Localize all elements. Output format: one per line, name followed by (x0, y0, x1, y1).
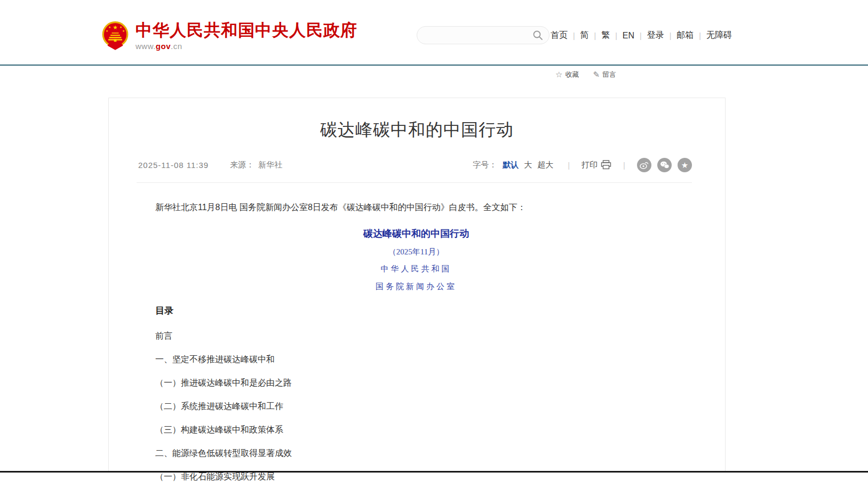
share-qzone-button[interactable]: ★ (678, 158, 692, 172)
document-title: 碳达峰碳中和的中国行动 (155, 227, 677, 240)
nav-english[interactable]: EN (623, 31, 634, 41)
meta-divider (137, 182, 692, 183)
nav-login[interactable]: 登录 (647, 30, 664, 41)
toc-item-preface: 前言 (155, 331, 677, 340)
toolbar-separator: | (568, 161, 570, 170)
site-url-gov: gov (156, 42, 171, 51)
lead-paragraph: 新华社北京11月8日电 国务院新闻办公室8日发布《碳达峰碳中和的中国行动》白皮书… (155, 203, 677, 212)
comment-button[interactable]: ✎ 留言 (593, 70, 616, 79)
toc-item-1-1: （一）推进碳达峰碳中和是必由之路 (155, 378, 677, 387)
svg-text:★: ★ (113, 24, 117, 30)
svg-text:★: ★ (122, 29, 125, 33)
site-header: ★ ★ ★ ★ ★ 中华人民共和国中央人民政府 www.gov.cn (0, 0, 868, 65)
pencil-icon: ✎ (593, 70, 600, 79)
nav-separator: | (694, 31, 706, 40)
article-toolbar: 字号： 默认 大 超大 | 打印 | (473, 158, 692, 172)
site-url-www: www. (136, 42, 156, 51)
toc-item-2: 二、能源绿色低碳转型取得显著成效 (155, 449, 677, 458)
page: ★ ★ ★ ★ ★ 中华人民共和国中央人民政府 www.gov.cn (0, 0, 868, 488)
star-outline-icon: ☆ (555, 70, 562, 79)
share-icons: ★ (637, 158, 692, 172)
toc-item-1: 一、坚定不移推进碳达峰碳中和 (155, 355, 677, 364)
weibo-icon (640, 161, 649, 169)
document-author-line-1: 中华人民共和国 (155, 264, 677, 274)
nav-traditional[interactable]: 繁 (601, 30, 610, 41)
nav-simplified[interactable]: 简 (580, 30, 589, 41)
wechat-icon (660, 161, 670, 169)
nav-separator: | (568, 31, 580, 40)
svg-text:★: ★ (108, 26, 111, 29)
source-label: 来源： (230, 160, 254, 170)
search-button[interactable] (532, 29, 544, 41)
search-icon (532, 30, 543, 41)
nav-separator: | (634, 31, 647, 40)
document-date: （2025年11月） (155, 247, 677, 257)
document-author-line-2: 国务院新闻办公室 (155, 282, 677, 292)
font-size-xlarge-button[interactable]: 超大 (537, 160, 553, 170)
print-button[interactable]: 打印 (582, 160, 611, 170)
nav-accessibility[interactable]: 无障碍 (706, 30, 732, 41)
share-weibo-button[interactable] (637, 158, 651, 172)
toc-item-1-3: （三）构建碳达峰碳中和政策体系 (155, 425, 677, 434)
site-title: 中华人民共和国中央人民政府 (136, 21, 357, 39)
svg-text:★: ★ (106, 29, 108, 33)
article-meta-left: 2025-11-08 11:39 来源： 新华社 (138, 160, 282, 170)
viewport-bottom-edge (0, 471, 868, 473)
svg-text:★: ★ (120, 26, 122, 29)
star-share-icon: ★ (681, 161, 688, 169)
font-size-default-button[interactable]: 默认 (503, 160, 519, 170)
article-tools-strip: ☆ 收藏 ✎ 留言 (555, 70, 616, 79)
site-brand[interactable]: ★ ★ ★ ★ ★ 中华人民共和国中央人民政府 www.gov.cn (101, 20, 357, 51)
favorite-button[interactable]: ☆ 收藏 (555, 70, 579, 79)
document-heading-block: 碳达峰碳中和的中国行动 （2025年11月） 中华人民共和国 国务院新闻办公室 (155, 227, 677, 292)
article-card: 碳达峰碳中和的中国行动 2025-11-08 11:39 来源： 新华社 字号：… (108, 98, 726, 471)
brand-text: 中华人民共和国中央人民政府 www.gov.cn (136, 20, 357, 51)
toc-item-2-1: （一）非化石能源实现跃升发展 (155, 472, 677, 481)
nav-mail[interactable]: 邮箱 (676, 30, 694, 41)
top-nav: 首页| 简| 繁| EN| 登录| 邮箱| 无障碍 (551, 30, 732, 41)
font-size-large-button[interactable]: 大 (524, 160, 532, 170)
nav-home[interactable]: 首页 (551, 30, 568, 41)
article-title: 碳达峰碳中和的中国行动 (109, 118, 725, 142)
print-label: 打印 (582, 160, 598, 170)
search-input[interactable] (426, 31, 532, 39)
national-emblem-icon: ★ ★ ★ ★ ★ (101, 20, 129, 50)
nav-separator: | (589, 31, 602, 40)
search-box (417, 26, 550, 44)
comment-label: 留言 (602, 70, 616, 79)
favorite-label: 收藏 (565, 70, 579, 79)
printer-icon (601, 160, 611, 170)
nav-separator: | (610, 31, 623, 40)
share-wechat-button[interactable] (657, 158, 672, 172)
article-body: 新华社北京11月8日电 国务院新闻办公室8日发布《碳达峰碳中和的中国行动》白皮书… (155, 203, 677, 488)
article-meta-row: 2025-11-08 11:39 来源： 新华社 字号： 默认 大 超大 | 打… (138, 158, 692, 172)
source-name: 新华社 (258, 160, 282, 170)
font-size-label: 字号： (473, 160, 497, 170)
site-url-cn: .cn (171, 42, 182, 51)
toc-heading: 目录 (155, 305, 677, 317)
nav-separator: | (664, 31, 677, 40)
header-divider (0, 65, 868, 66)
toolbar-separator: | (623, 161, 625, 170)
publish-date: 2025-11-08 11:39 (138, 161, 209, 170)
site-url: www.gov.cn (136, 42, 357, 51)
toc-item-1-2: （二）系统推进碳达峰碳中和工作 (155, 402, 677, 411)
